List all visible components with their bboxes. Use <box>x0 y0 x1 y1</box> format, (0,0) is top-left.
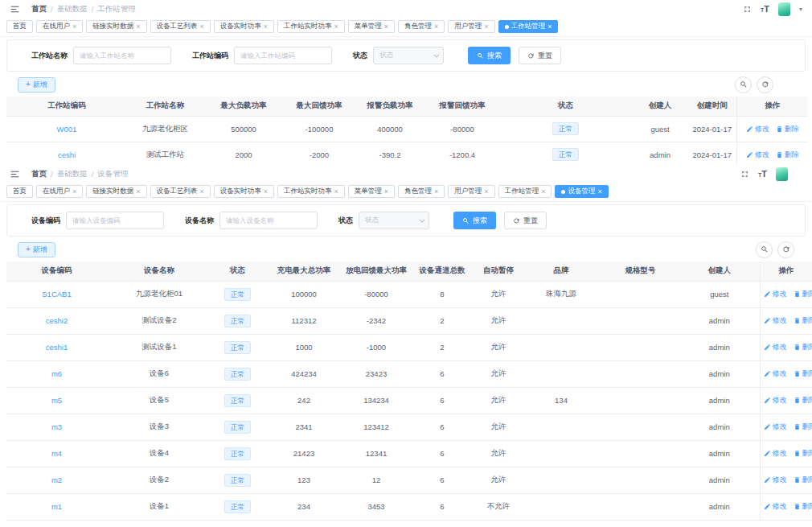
reset-button[interactable]: 重置 <box>504 212 547 229</box>
edit-link[interactable]: 修改 <box>764 422 787 432</box>
font-size-icon[interactable]: TT <box>761 5 769 14</box>
tab-用户管理[interactable]: 用户管理× <box>448 20 494 33</box>
tab-close-icon[interactable]: × <box>200 188 204 196</box>
tab-close-icon[interactable]: × <box>136 188 140 196</box>
tab-工作站实时功率[interactable]: 工作站实时功率× <box>277 185 345 198</box>
delete-link[interactable]: 删除 <box>794 422 812 432</box>
add-button[interactable]: + 新增 <box>18 242 55 257</box>
tab-角色管理[interactable]: 角色管理× <box>398 185 445 198</box>
edit-link[interactable]: 修改 <box>746 150 769 160</box>
search-button[interactable]: 搜索 <box>453 212 496 229</box>
tab-首页[interactable]: 首页 <box>6 185 33 198</box>
tab-close-icon[interactable]: × <box>384 188 388 196</box>
refresh-button[interactable] <box>777 241 794 258</box>
tab-close-icon[interactable]: × <box>434 188 438 196</box>
tab-设备工艺列表[interactable]: 设备工艺列表× <box>150 185 211 198</box>
avatar[interactable] <box>776 167 788 181</box>
tab-close-icon[interactable]: × <box>434 23 438 31</box>
row-link[interactable]: m2 <box>51 476 62 484</box>
tab-工作站实时功率[interactable]: 工作站实时功率× <box>277 20 345 33</box>
tab-close-icon[interactable]: × <box>72 23 76 31</box>
search-toggle-button[interactable] <box>735 76 752 93</box>
collapse-menu-icon[interactable] <box>10 4 20 14</box>
row-link[interactable]: S1CAB1 <box>42 290 71 298</box>
tab-close-icon[interactable]: × <box>484 188 488 196</box>
workstation-name-input[interactable] <box>73 47 171 64</box>
delete-link[interactable]: 删除 <box>794 501 812 512</box>
tab-角色管理[interactable]: 角色管理× <box>398 20 445 33</box>
refresh-button[interactable] <box>757 76 773 93</box>
tab-设备实时功率[interactable]: 设备实时功率× <box>214 185 274 198</box>
tab-close-icon[interactable]: × <box>484 23 488 31</box>
delete-link[interactable]: 删除 <box>794 315 812 326</box>
tab-链接实时数据[interactable]: 链接实时数据× <box>86 20 146 33</box>
delete-link[interactable]: 删除 <box>776 150 799 160</box>
edit-link[interactable]: 修改 <box>764 289 787 299</box>
row-link[interactable]: m1 <box>51 502 62 511</box>
edit-link[interactable]: 修改 <box>764 475 787 485</box>
tab-在线用户[interactable]: 在线用户× <box>36 185 83 198</box>
font-size-icon[interactable]: TT <box>758 170 767 179</box>
tab-设备工艺列表[interactable]: 设备工艺列表× <box>150 20 211 33</box>
breadcrumb-item[interactable]: 首页 <box>31 4 47 14</box>
fullscreen-icon[interactable] <box>740 170 749 179</box>
row-link[interactable]: ceshi2 <box>46 316 68 325</box>
row-link[interactable]: m3 <box>51 422 62 431</box>
fullscreen-icon[interactable] <box>743 5 752 14</box>
tab-close-icon[interactable]: × <box>334 23 338 31</box>
tab-工作站管理[interactable]: 工作站管理× <box>498 185 552 198</box>
delete-link[interactable]: 删除 <box>794 448 812 459</box>
tab-工作站管理[interactable]: 工作站管理× <box>498 20 559 33</box>
tab-close-icon[interactable]: × <box>200 23 204 31</box>
tab-close-icon[interactable]: × <box>72 188 76 196</box>
row-link[interactable]: m4 <box>51 449 62 458</box>
edit-link[interactable]: 修改 <box>746 124 769 134</box>
breadcrumb-item[interactable]: 基础数据 <box>57 169 88 179</box>
row-link[interactable]: ceshi <box>58 150 76 159</box>
search-button[interactable]: 搜索 <box>468 47 511 64</box>
edit-link[interactable]: 修改 <box>764 448 787 459</box>
add-button[interactable]: + 新增 <box>18 77 55 93</box>
workstation-code-input[interactable] <box>234 47 332 64</box>
tab-close-icon[interactable]: × <box>334 188 338 196</box>
tab-菜单管理[interactable]: 菜单管理× <box>348 20 395 33</box>
caret-down-icon[interactable]: ▾ <box>799 6 802 13</box>
avatar[interactable] <box>778 2 790 16</box>
reset-button[interactable]: 重置 <box>519 47 561 64</box>
tab-在线用户[interactable]: 在线用户× <box>36 20 83 33</box>
edit-link[interactable]: 修改 <box>764 342 787 352</box>
edit-link[interactable]: 修改 <box>764 368 787 379</box>
tab-设备管理[interactable]: 设备管理× <box>555 185 608 198</box>
edit-link[interactable]: 修改 <box>764 315 787 326</box>
tab-close-icon[interactable]: × <box>547 23 552 31</box>
tab-用户管理[interactable]: 用户管理× <box>448 185 494 198</box>
device-name-input[interactable] <box>219 212 318 229</box>
breadcrumb-item[interactable]: 基础数据 <box>57 4 88 14</box>
search-toggle-button[interactable] <box>756 241 773 258</box>
edit-link[interactable]: 修改 <box>764 501 787 512</box>
delete-link[interactable]: 删除 <box>794 395 812 406</box>
breadcrumb-item[interactable]: 首页 <box>31 169 47 179</box>
tab-close-icon[interactable]: × <box>136 23 140 31</box>
delete-link[interactable]: 删除 <box>794 368 812 379</box>
tab-close-icon[interactable]: × <box>264 23 268 31</box>
device-code-input[interactable] <box>66 212 164 229</box>
row-link[interactable]: ceshi1 <box>46 343 68 352</box>
tab-链接实时数据[interactable]: 链接实时数据× <box>86 185 146 198</box>
tab-close-icon[interactable]: × <box>597 188 601 196</box>
tab-close-icon[interactable]: × <box>264 188 268 196</box>
delete-link[interactable]: 删除 <box>794 475 812 485</box>
delete-link[interactable]: 删除 <box>794 289 812 299</box>
status-select[interactable]: 状态 <box>373 47 444 64</box>
delete-link[interactable]: 删除 <box>776 124 799 134</box>
tab-close-icon[interactable]: × <box>541 188 545 196</box>
edit-link[interactable]: 修改 <box>764 395 787 406</box>
tab-首页[interactable]: 首页 <box>6 20 33 33</box>
status-select[interactable]: 状态 <box>359 212 429 229</box>
tab-close-icon[interactable]: × <box>384 23 388 31</box>
row-link[interactable]: m6 <box>51 369 62 378</box>
row-link[interactable]: W001 <box>57 125 77 134</box>
tab-设备实时功率[interactable]: 设备实时功率× <box>214 20 274 33</box>
delete-link[interactable]: 删除 <box>794 342 812 352</box>
tab-菜单管理[interactable]: 菜单管理× <box>348 185 395 198</box>
